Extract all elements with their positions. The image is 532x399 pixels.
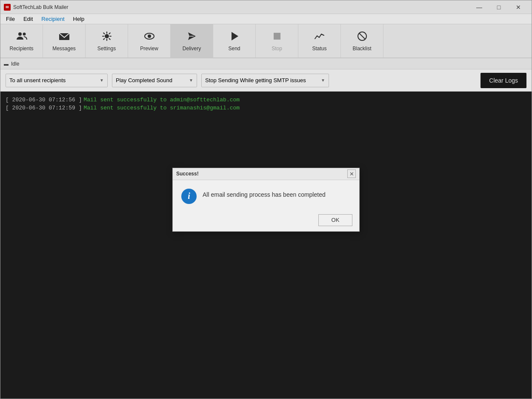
dialog-footer: OK (173, 211, 359, 231)
success-dialog: Success! ✕ i All email sending process h… (172, 168, 360, 232)
dialog-body: i All email sending process has been com… (173, 180, 359, 211)
modal-overlay: Success! ✕ i All email sending process h… (0, 0, 532, 399)
info-icon: i (181, 189, 197, 204)
dialog-message: All email sending process has been compl… (203, 189, 326, 198)
dialog-title-bar: Success! ✕ (173, 168, 359, 180)
main-window: ✉ SoftTechLab Bulk Mailer — □ ✕ File Edi… (0, 0, 532, 399)
dialog-title: Success! (176, 171, 199, 177)
dialog-ok-button[interactable]: OK (318, 214, 352, 226)
dialog-close-button[interactable]: ✕ (347, 169, 356, 178)
